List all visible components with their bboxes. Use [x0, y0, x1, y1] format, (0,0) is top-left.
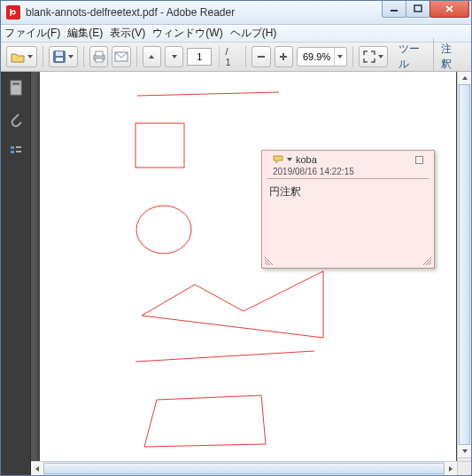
page-down-button[interactable]	[165, 46, 183, 67]
scroll-corner	[457, 461, 471, 475]
comment-bubble-icon	[273, 155, 283, 164]
scroll-down-button[interactable]	[457, 444, 471, 458]
tools-panel-link[interactable]: ツール	[391, 38, 431, 75]
print-button[interactable]	[89, 46, 108, 67]
annotation-timestamp: 2019/08/16 14:22:15	[273, 167, 423, 176]
menu-view[interactable]: 表示(V)	[110, 26, 145, 41]
window-title: blank-annots-delfreetext.pdf - Adobe Rea…	[26, 6, 383, 19]
window-minimize-button[interactable]	[382, 0, 406, 18]
zoom-value: 69.9%	[303, 51, 330, 62]
svg-rect-6	[96, 51, 103, 56]
navigation-panel	[1, 72, 31, 475]
fit-button[interactable]	[359, 46, 388, 67]
scroll-thumb[interactable]	[459, 84, 470, 445]
toolbar: / 1 69.9% ツール 注釈	[1, 43, 471, 72]
line-annotation-2[interactable]	[135, 351, 314, 362]
popup-options-button[interactable]	[415, 156, 423, 164]
comments-panel-link[interactable]: 注釈	[433, 38, 466, 75]
resize-grip-icon[interactable]	[423, 257, 432, 266]
svg-rect-7	[96, 59, 103, 62]
menu-window[interactable]: ウィンドウ(W)	[152, 26, 222, 41]
attachments-tab[interactable]	[7, 111, 25, 129]
window-titlebar: blank-annots-delfreetext.pdf - Adobe Rea…	[1, 1, 471, 25]
window-close-button[interactable]	[429, 0, 469, 18]
rectangle-annotation[interactable]	[135, 123, 184, 168]
svg-rect-0	[391, 10, 398, 12]
separator	[245, 46, 246, 67]
document-viewport[interactable]: koba 2019/08/16 14:22:15 円注釈	[31, 72, 471, 475]
window-maximize-button[interactable]	[406, 0, 430, 18]
svg-rect-16	[16, 146, 21, 148]
content-area: koba 2019/08/16 14:22:15 円注釈	[1, 72, 471, 475]
page-number-input[interactable]	[187, 48, 212, 66]
page-total: / 1	[219, 46, 240, 67]
pdf-page	[40, 72, 456, 475]
zoom-out-button[interactable]	[251, 46, 270, 67]
menu-file[interactable]: ファイル(F)	[4, 26, 60, 41]
svg-rect-13	[12, 82, 19, 85]
scroll-right-button[interactable]	[444, 461, 458, 475]
annotation-popup[interactable]: koba 2019/08/16 14:22:15 円注釈	[261, 150, 435, 269]
circle-annotation[interactable]	[136, 206, 191, 254]
line-annotation[interactable]	[137, 92, 279, 96]
chevron-down-icon	[27, 55, 33, 59]
svg-rect-1	[414, 5, 422, 12]
page-up-button[interactable]	[143, 46, 161, 67]
chevron-down-icon[interactable]	[287, 158, 292, 161]
svg-rect-14	[11, 146, 14, 149]
separator	[83, 46, 84, 67]
bookmarks-tab[interactable]	[7, 143, 25, 160]
annotation-body[interactable]: 円注釈	[262, 179, 434, 205]
horizontal-scrollbar[interactable]	[31, 461, 457, 475]
polygon-annotation[interactable]	[142, 271, 323, 338]
separator	[352, 46, 353, 67]
svg-rect-4	[56, 51, 63, 56]
email-button[interactable]	[112, 46, 130, 67]
svg-rect-9	[258, 56, 265, 58]
svg-rect-15	[11, 151, 14, 153]
vertical-scrollbar[interactable]	[457, 72, 471, 461]
scroll-left-button[interactable]	[31, 461, 44, 475]
zoom-in-button[interactable]	[275, 46, 293, 67]
separator	[43, 46, 43, 67]
chevron-down-icon	[68, 55, 74, 59]
scroll-thumb[interactable]	[43, 463, 445, 474]
thumbnails-tab[interactable]	[7, 79, 25, 97]
menu-help[interactable]: ヘルプ(H)	[230, 26, 277, 41]
separator	[136, 46, 137, 67]
app-icon	[6, 5, 20, 20]
open-button[interactable]	[6, 46, 37, 67]
annotation-author: koba	[296, 154, 317, 165]
svg-rect-17	[16, 151, 21, 152]
page-annotations	[40, 72, 456, 475]
resize-grip-icon[interactable]	[264, 257, 273, 266]
svg-rect-11	[282, 53, 284, 60]
polygon-annotation-2[interactable]	[144, 395, 266, 447]
svg-rect-3	[56, 58, 63, 61]
chevron-down-icon	[378, 55, 383, 59]
chevron-down-icon	[337, 55, 343, 59]
scroll-up-button[interactable]	[457, 72, 471, 85]
menu-edit[interactable]: 編集(E)	[67, 26, 103, 41]
chevron-down-icon	[172, 55, 177, 59]
chevron-up-icon	[149, 55, 154, 59]
zoom-level-select[interactable]: 69.9%	[297, 47, 347, 66]
save-button[interactable]	[49, 46, 78, 67]
